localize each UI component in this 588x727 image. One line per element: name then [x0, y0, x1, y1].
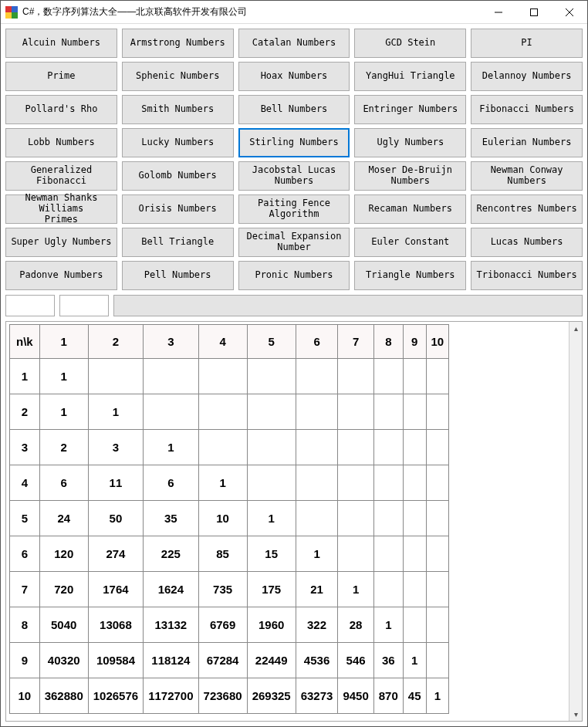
table-row-header: 2: [10, 394, 40, 430]
table-cell: [198, 359, 247, 394]
algorithm-button[interactable]: Golomb Numbers: [122, 161, 234, 191]
algorithm-button[interactable]: Orisis Numbers: [122, 194, 234, 224]
table-cell: [338, 394, 373, 430]
algorithm-button[interactable]: Ugly Numbers: [354, 128, 466, 157]
algorithm-button[interactable]: Eulerian Numbers: [471, 128, 583, 157]
algorithm-button[interactable]: Sphenic Numbers: [122, 62, 234, 91]
algorithm-button[interactable]: Euler Constant: [354, 228, 466, 257]
algorithm-button[interactable]: GCD Stein: [354, 29, 466, 58]
algorithm-button[interactable]: Bell Triangle: [122, 228, 234, 257]
table-cell: 723680: [198, 678, 247, 714]
algorithm-button[interactable]: Triangle Numbers: [354, 261, 466, 290]
table-cell: [247, 430, 296, 465]
table-cell: [403, 430, 426, 465]
table-header-cell: 3: [144, 325, 198, 359]
table-cell: 1960: [247, 607, 296, 643]
table-cell: [403, 607, 426, 643]
algorithm-button[interactable]: Alcuin Numbers: [5, 29, 117, 58]
table-cell: 85: [198, 536, 247, 572]
algorithm-button[interactable]: Pell Numbers: [122, 261, 234, 290]
algorithm-button[interactable]: Prime: [5, 62, 117, 91]
vertical-scrollbar[interactable]: ▴ ▾: [569, 322, 582, 721]
maximize-button[interactable]: [516, 1, 552, 23]
table-cell: [373, 394, 403, 430]
svg-rect-1: [12, 6, 18, 12]
algorithm-button[interactable]: Paiting Fence Algorithm: [238, 194, 350, 224]
table-cell: 274: [88, 536, 143, 572]
table-cell: [426, 607, 449, 643]
input-box-2[interactable]: [59, 295, 109, 316]
table-header-cell: 5: [247, 325, 296, 359]
table-cell: [403, 501, 426, 536]
algorithm-button[interactable]: Lucky Numbers: [122, 128, 234, 157]
algorithm-button[interactable]: Fibonacci Numbers: [471, 95, 583, 124]
table-cell: 4536: [296, 643, 338, 678]
input-box-1[interactable]: [5, 295, 55, 316]
table-row-header: 4: [10, 465, 40, 501]
scroll-up-arrow[interactable]: ▴: [569, 322, 582, 335]
algorithm-button[interactable]: Super Ugly Numbers: [5, 228, 117, 257]
table-cell: [198, 430, 247, 465]
table-cell: 21: [296, 572, 338, 607]
algorithm-button[interactable]: Padonve Numbers: [5, 261, 117, 290]
algorithm-button[interactable]: Recaman Numbers: [354, 194, 466, 224]
algorithm-button[interactable]: Catalan Numbers: [238, 29, 350, 58]
table-cell: 720: [39, 572, 88, 607]
algorithm-button[interactable]: PI: [471, 29, 583, 58]
algorithm-button[interactable]: Tribonacci Numbers: [471, 261, 583, 290]
table-row-header: 9: [10, 643, 40, 678]
algorithm-button[interactable]: Lobb Numbers: [5, 128, 117, 157]
table-row-header: 3: [10, 430, 40, 465]
close-button[interactable]: [552, 1, 587, 23]
table-cell: 1: [338, 572, 373, 607]
algorithm-button[interactable]: Decimal Expansion Number: [238, 228, 350, 257]
table-row: 5245035101: [10, 501, 449, 536]
table-row: 772017641624735175211: [10, 572, 449, 607]
table-header-cell: 8: [373, 325, 403, 359]
table-row: 211: [10, 394, 449, 430]
algorithm-button[interactable]: Entringer Numbers: [354, 95, 466, 124]
algorithm-button[interactable]: YangHui Triangle: [354, 62, 466, 91]
algorithm-button[interactable]: Pollard's Rho: [5, 95, 117, 124]
table-cell: 1624: [144, 572, 198, 607]
algorithm-button[interactable]: Lucas Numbers: [471, 228, 583, 257]
algorithm-button[interactable]: Stirling Numbers: [238, 128, 350, 157]
table-cell: 15: [247, 536, 296, 572]
table-cell: [338, 465, 373, 501]
table-row: 461161: [10, 465, 449, 501]
table-cell: 546: [338, 643, 373, 678]
algorithm-button[interactable]: Generalized Fibonacci: [5, 161, 117, 191]
table-cell: 175: [247, 572, 296, 607]
algorithm-button[interactable]: Jacobstal Lucas Numbers: [238, 161, 350, 191]
algorithm-button[interactable]: Armstrong Numbers: [122, 29, 234, 58]
table-cell: 1: [39, 359, 88, 394]
wide-button[interactable]: [113, 295, 583, 316]
extra-controls-row: [5, 295, 583, 316]
table-cell: 3: [88, 430, 143, 465]
algorithm-button[interactable]: Pronic Numbers: [238, 261, 350, 290]
algorithm-button[interactable]: Smith Numbers: [122, 95, 234, 124]
table-row-header: 1: [10, 359, 40, 394]
algorithm-button[interactable]: Moser De-Bruijn Numbers: [354, 161, 466, 191]
algorithm-button[interactable]: Bell Numbers: [238, 95, 350, 124]
minimize-button[interactable]: [481, 1, 516, 23]
table-cell: [373, 465, 403, 501]
algorithm-button[interactable]: Newman Shanks Williams Primes: [5, 194, 117, 224]
table-cell: 13068: [88, 607, 143, 643]
table-cell: [144, 394, 198, 430]
table-cell: 28: [338, 607, 373, 643]
algorithm-button[interactable]: Newman Conway Numbers: [471, 161, 583, 191]
algorithm-button[interactable]: Delannoy Numbers: [471, 62, 583, 91]
table-row: 85040130681313267691960322281: [10, 607, 449, 643]
algorithm-button[interactable]: Hoax Numbers: [238, 62, 350, 91]
table-cell: 1764: [88, 572, 143, 607]
table-cell: 6769: [198, 607, 247, 643]
table-cell: [373, 572, 403, 607]
algorithm-button[interactable]: Rencontres Numbers: [471, 194, 583, 224]
table-cell: 1172700: [144, 678, 198, 714]
table-cell: 1: [403, 643, 426, 678]
scroll-down-arrow[interactable]: ▾: [569, 708, 582, 721]
window-title: C#，数字序列算法大全——北京联高软件开发有限公司: [22, 5, 481, 19]
table-cell: 870: [373, 678, 403, 714]
table-cell: [426, 465, 449, 501]
